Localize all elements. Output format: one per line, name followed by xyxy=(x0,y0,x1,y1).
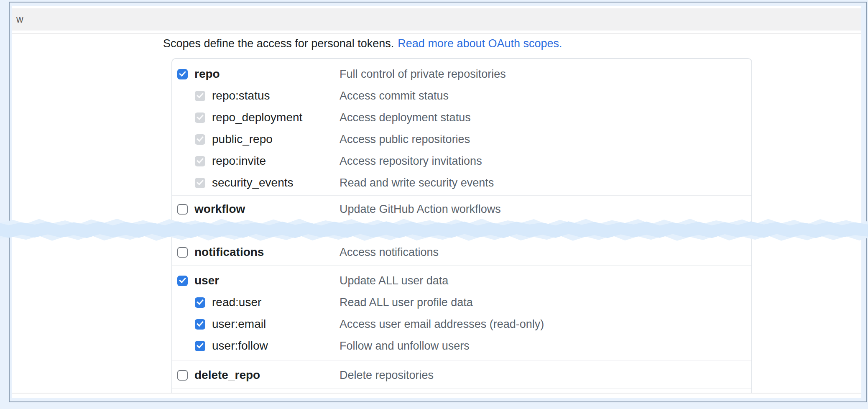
scope-label-repo-invite: repo:invite xyxy=(212,154,266,168)
scope-row-repo-deployment: repo_deployment Access deployment status xyxy=(172,107,751,128)
scope-label-user-email[interactable]: user:email xyxy=(212,317,266,331)
checkbox-user-follow[interactable] xyxy=(195,341,205,351)
scope-row-repo-status: repo:status Access commit status xyxy=(172,85,751,107)
scope-desc-public-repo: Access public repositories xyxy=(340,133,470,146)
scope-label-user[interactable]: user xyxy=(194,274,219,287)
scope-label-workflow[interactable]: workflow xyxy=(194,202,245,216)
scope-row-security-events: security_events Read and write security … xyxy=(172,172,751,194)
scope-label-delete-repo[interactable]: delete_repo xyxy=(194,368,260,382)
scope-desc-repo-invite: Access repository invitations xyxy=(340,155,482,168)
checkbox-public-repo xyxy=(195,134,205,145)
scopes-box: repo Full control of private repositorie… xyxy=(171,58,752,393)
checkbox-notifications[interactable] xyxy=(177,247,188,258)
scope-desc-workflow: Update GitHub Action workflows xyxy=(340,203,501,216)
scope-row-delete-repo: delete_repo Delete repositories xyxy=(172,365,751,386)
scopes-intro-text: Scopes define the access for personal to… xyxy=(163,37,394,50)
scope-desc-read-user: Read ALL user profile data xyxy=(340,296,473,309)
scope-label-user-follow[interactable]: user:follow xyxy=(212,339,268,353)
scope-desc-notifications: Access notifications xyxy=(340,246,439,259)
checkbox-workflow[interactable] xyxy=(177,204,188,215)
scope-label-security-events: security_events xyxy=(212,176,294,189)
scope-desc-repo-deployment: Access deployment status xyxy=(340,111,471,124)
scope-label-repo[interactable]: repo xyxy=(194,67,220,81)
checkbox-repo-deployment xyxy=(195,112,205,123)
checkbox-repo-invite xyxy=(195,156,205,166)
scopes-intro: Scopes define the access for personal to… xyxy=(163,36,562,51)
titlebar-text: w xyxy=(16,14,23,25)
scope-row-workflow: workflow Update GitHub Action workflows xyxy=(172,199,751,219)
scope-row-user: user Update ALL user data xyxy=(172,270,751,291)
scope-group-notifications: notifications Access notifications xyxy=(172,241,751,266)
checkbox-security-events xyxy=(195,178,205,188)
titlebar-divider xyxy=(12,33,861,34)
scope-row-user-email: user:email Access user email addresses (… xyxy=(172,313,751,335)
page: w Scopes define the access for personal … xyxy=(12,6,861,398)
checkbox-delete-repo[interactable] xyxy=(177,370,188,381)
scope-label-repo-status: repo:status xyxy=(212,89,270,102)
scope-desc-security-events: Read and write security events xyxy=(340,176,494,189)
scope-row-read-user: read:user Read ALL user profile data xyxy=(172,291,751,313)
scope-group-user: user Update ALL user data read:user Read… xyxy=(172,266,751,360)
stitch-gap xyxy=(172,219,751,241)
scope-label-repo-deployment: repo_deployment xyxy=(212,111,302,124)
scope-desc-user: Update ALL user data xyxy=(340,274,448,287)
scope-label-public-repo: public_repo xyxy=(212,133,273,146)
scope-desc-user-follow: Follow and unfollow users xyxy=(340,340,470,353)
scope-desc-repo-status: Access commit status xyxy=(340,89,449,102)
scope-row-user-follow: user:follow Follow and unfollow users xyxy=(172,335,751,357)
checkbox-read-user[interactable] xyxy=(195,297,205,308)
checkbox-repo-status xyxy=(195,91,205,101)
scope-row-repo: repo Full control of private repositorie… xyxy=(172,63,751,85)
oauth-scopes-link[interactable]: Read more about OAuth scopes. xyxy=(398,37,562,50)
scope-desc-delete-repo: Delete repositories xyxy=(340,369,434,382)
scope-group-delete-repo: delete_repo Delete repositories xyxy=(172,360,751,389)
checkbox-user-email[interactable] xyxy=(195,319,205,330)
scope-group-repo: repo Full control of private repositorie… xyxy=(172,59,751,196)
checkbox-user[interactable] xyxy=(177,276,188,286)
scope-desc-user-email: Access user email addresses (read-only) xyxy=(340,318,544,331)
scope-label-read-user[interactable]: read:user xyxy=(212,296,261,309)
checkbox-repo[interactable] xyxy=(177,69,188,79)
page-bottom-divider xyxy=(12,393,861,394)
scope-row-repo-invite: repo:invite Access repository invitation… xyxy=(172,150,751,172)
window-titlebar: w xyxy=(12,8,861,31)
scope-label-notifications[interactable]: notifications xyxy=(194,245,264,259)
scope-group-workflow: workflow Update GitHub Action workflows xyxy=(172,196,751,219)
scope-row-public-repo: public_repo Access public repositories xyxy=(172,128,751,150)
scope-row-notifications: notifications Access notifications xyxy=(172,242,751,263)
scope-desc-repo: Full control of private repositories xyxy=(340,68,506,81)
